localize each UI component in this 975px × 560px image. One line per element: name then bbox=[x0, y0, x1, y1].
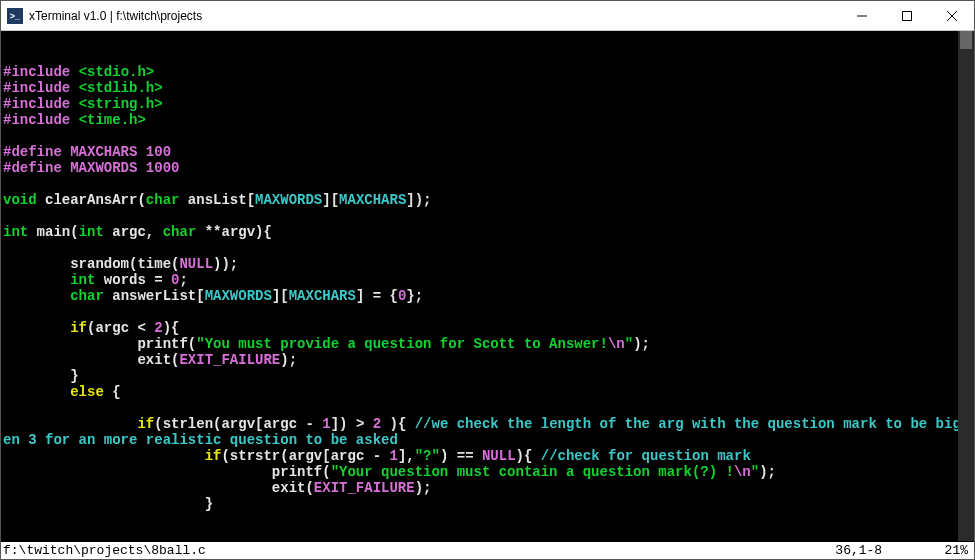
maximize-button[interactable] bbox=[884, 1, 929, 30]
close-button[interactable] bbox=[929, 1, 974, 30]
code-line bbox=[3, 208, 974, 224]
minimize-button[interactable] bbox=[839, 1, 884, 30]
code-line: } bbox=[3, 496, 974, 512]
code-line: #define MAXCHARS 100 bbox=[3, 144, 974, 160]
code-line: char answerList[MAXWORDS][MAXCHARS] = {0… bbox=[3, 288, 974, 304]
code-line: int main(int argc, char **argv){ bbox=[3, 224, 974, 240]
code-line bbox=[3, 240, 974, 256]
code-line bbox=[3, 128, 974, 144]
code-line: exit(EXIT_FAILURE); bbox=[3, 480, 974, 496]
status-cursor-pos: 36,1-8 bbox=[835, 543, 882, 559]
code-line bbox=[3, 304, 974, 320]
window-controls bbox=[839, 1, 974, 30]
app-window: >_ xTerminal v1.0 | f:\twitch\projects #… bbox=[0, 0, 975, 560]
code-line: srandom(time(NULL)); bbox=[3, 256, 974, 272]
window-title: xTerminal v1.0 | f:\twitch\projects bbox=[29, 9, 202, 23]
code-line: void clearAnsArr(char ansList[MAXWORDS][… bbox=[3, 192, 974, 208]
status-percent: 21% bbox=[945, 543, 968, 559]
code-line: #include <string.h> bbox=[3, 96, 974, 112]
code-line: if(strlen(argv[argc - 1]) > 2 ){ //we ch… bbox=[3, 416, 974, 432]
code-line: exit(EXIT_FAILURE); bbox=[3, 352, 974, 368]
scrollbar-vertical[interactable] bbox=[958, 31, 974, 541]
code-line: printf("Your question must contain a que… bbox=[3, 464, 974, 480]
code-line: #include <stdio.h> bbox=[3, 64, 974, 80]
code-area[interactable]: #include <stdio.h>#include <stdlib.h>#in… bbox=[3, 63, 974, 512]
app-icon: >_ bbox=[7, 8, 23, 24]
terminal-area[interactable]: #include <stdio.h>#include <stdlib.h>#in… bbox=[1, 31, 974, 559]
code-line: #include <time.h> bbox=[3, 112, 974, 128]
code-line bbox=[3, 176, 974, 192]
code-line: int words = 0; bbox=[3, 272, 974, 288]
title-bar[interactable]: >_ xTerminal v1.0 | f:\twitch\projects bbox=[1, 1, 974, 31]
code-line: else { bbox=[3, 384, 974, 400]
svg-rect-0 bbox=[902, 11, 911, 20]
code-line: if(strstr(argv[argc - 1],"?") == NULL){ … bbox=[3, 448, 974, 464]
code-line: #include <stdlib.h> bbox=[3, 80, 974, 96]
code-line: #define MAXWORDS 1000 bbox=[3, 160, 974, 176]
code-line: if(argc < 2){ bbox=[3, 320, 974, 336]
code-line: en 3 for an more realistic question to b… bbox=[3, 432, 974, 448]
scrollbar-thumb[interactable] bbox=[960, 31, 972, 49]
code-line: } bbox=[3, 368, 974, 384]
code-line bbox=[3, 400, 974, 416]
status-file-path: f:\twitch\projects\8ball.c bbox=[3, 543, 206, 559]
status-bar: f:\twitch\projects\8ball.c 36,1-8 21% bbox=[1, 542, 974, 559]
code-line: printf("You must provide a question for … bbox=[3, 336, 974, 352]
status-gap bbox=[882, 543, 944, 559]
